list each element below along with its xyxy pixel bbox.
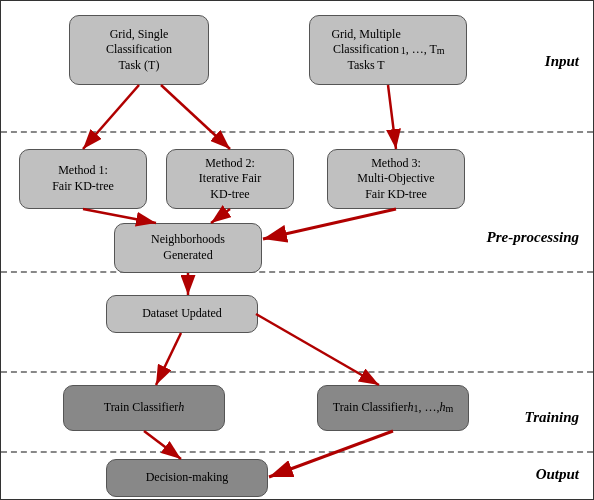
divider-training bbox=[1, 371, 593, 373]
method2-box: Method 2:Iterative FairKD-tree bbox=[166, 149, 294, 209]
svg-line-12 bbox=[269, 431, 393, 477]
svg-line-2 bbox=[83, 85, 139, 149]
svg-line-11 bbox=[144, 431, 181, 459]
svg-line-5 bbox=[83, 209, 156, 223]
train-h-box: Train Classifier h bbox=[63, 385, 225, 431]
input-label: Input bbox=[545, 53, 579, 70]
dataset-updated-box: Dataset Updated bbox=[106, 295, 258, 333]
train-hm-box: Train Classifierh1, …, hm bbox=[317, 385, 469, 431]
svg-line-9 bbox=[156, 333, 181, 385]
divider-preprocessing bbox=[1, 271, 593, 273]
svg-line-7 bbox=[263, 209, 396, 239]
method1-box: Method 1:Fair KD-tree bbox=[19, 149, 147, 209]
diagram-container: Input Pre-processing Training Output Gri… bbox=[0, 0, 594, 500]
grid-single-box: Grid, SingleClassificationTask (T) bbox=[69, 15, 209, 85]
grid-multiple-box: Grid, MultipleClassificationTasks T1, …,… bbox=[309, 15, 467, 85]
output-label: Output bbox=[536, 466, 579, 483]
divider-input bbox=[1, 131, 593, 133]
preprocessing-label: Pre-processing bbox=[487, 229, 580, 246]
svg-line-4 bbox=[388, 85, 396, 149]
divider-output bbox=[1, 451, 593, 453]
svg-line-10 bbox=[256, 314, 379, 385]
training-label: Training bbox=[525, 409, 579, 426]
svg-line-6 bbox=[211, 209, 230, 223]
decision-making-box: Decision-making bbox=[106, 459, 268, 497]
neighborhoods-box: NeighborhoodsGenerated bbox=[114, 223, 262, 273]
svg-line-3 bbox=[161, 85, 230, 149]
method3-box: Method 3:Multi-ObjectiveFair KD-tree bbox=[327, 149, 465, 209]
